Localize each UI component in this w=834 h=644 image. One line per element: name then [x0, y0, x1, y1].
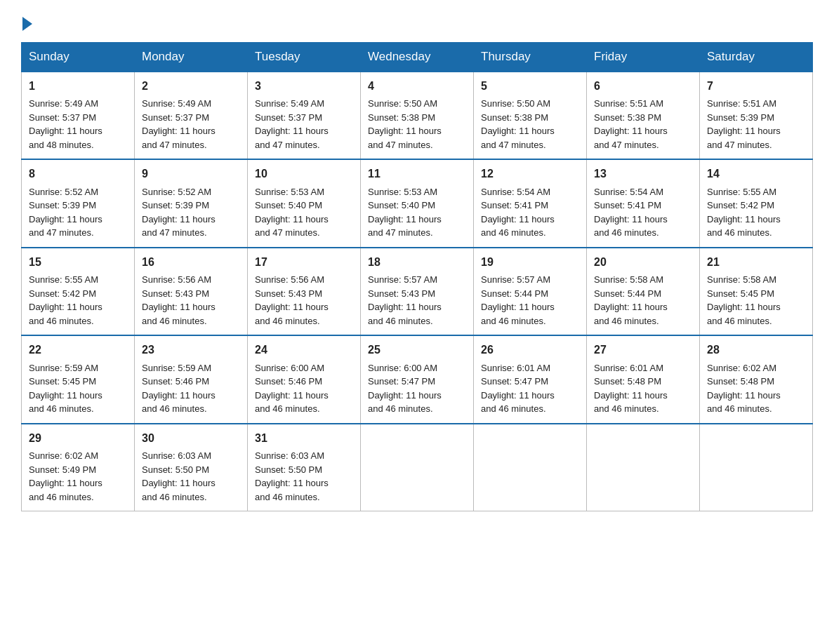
header-monday: Monday: [135, 43, 248, 72]
day-info: Sunrise: 6:00 AMSunset: 5:47 PMDaylight:…: [368, 363, 442, 415]
day-number: 25: [368, 342, 466, 358]
calendar-cell: 14Sunrise: 5:55 AMSunset: 5:42 PMDayligh…: [700, 159, 813, 247]
week-row-5: 29Sunrise: 6:02 AMSunset: 5:49 PMDayligh…: [22, 424, 813, 511]
calendar-cell: 21Sunrise: 5:58 AMSunset: 5:45 PMDayligh…: [700, 248, 813, 335]
week-row-4: 22Sunrise: 5:59 AMSunset: 5:45 PMDayligh…: [22, 335, 813, 423]
day-number: 9: [142, 166, 240, 182]
day-info: Sunrise: 6:02 AMSunset: 5:49 PMDaylight:…: [29, 450, 102, 502]
page-header: [21, 14, 813, 28]
day-info: Sunrise: 5:54 AMSunset: 5:41 PMDaylight:…: [594, 187, 668, 239]
day-info: Sunrise: 5:52 AMSunset: 5:39 PMDaylight:…: [142, 187, 216, 239]
day-info: Sunrise: 5:49 AMSunset: 5:37 PMDaylight:…: [142, 98, 216, 150]
day-info: Sunrise: 5:57 AMSunset: 5:43 PMDaylight:…: [368, 274, 442, 326]
header-saturday: Saturday: [700, 43, 813, 72]
day-number: 30: [142, 430, 240, 446]
calendar-cell: 17Sunrise: 5:56 AMSunset: 5:43 PMDayligh…: [248, 248, 361, 335]
day-info: Sunrise: 5:56 AMSunset: 5:43 PMDaylight:…: [255, 274, 329, 326]
calendar-cell: 4Sunrise: 5:50 AMSunset: 5:38 PMDaylight…: [361, 72, 474, 159]
calendar-cell: 5Sunrise: 5:50 AMSunset: 5:38 PMDaylight…: [474, 72, 587, 159]
day-number: 5: [481, 78, 579, 94]
day-info: Sunrise: 5:51 AMSunset: 5:39 PMDaylight:…: [707, 98, 781, 150]
day-number: 15: [29, 254, 127, 270]
day-number: 14: [707, 166, 805, 182]
day-info: Sunrise: 5:52 AMSunset: 5:39 PMDaylight:…: [29, 187, 102, 239]
day-number: 18: [368, 254, 466, 270]
calendar-cell: 18Sunrise: 5:57 AMSunset: 5:43 PMDayligh…: [361, 248, 474, 335]
day-info: Sunrise: 5:58 AMSunset: 5:44 PMDaylight:…: [594, 274, 668, 326]
day-number: 3: [255, 78, 353, 94]
day-number: 13: [594, 166, 692, 182]
day-number: 21: [707, 254, 805, 270]
calendar-cell: 9Sunrise: 5:52 AMSunset: 5:39 PMDaylight…: [135, 159, 248, 247]
day-number: 4: [368, 78, 466, 94]
calendar-cell: 28Sunrise: 6:02 AMSunset: 5:48 PMDayligh…: [700, 335, 813, 423]
day-info: Sunrise: 5:59 AMSunset: 5:45 PMDaylight:…: [29, 363, 102, 415]
day-info: Sunrise: 6:03 AMSunset: 5:50 PMDaylight:…: [255, 450, 329, 502]
day-number: 11: [368, 166, 466, 182]
day-info: Sunrise: 5:53 AMSunset: 5:40 PMDaylight:…: [368, 187, 442, 239]
day-number: 2: [142, 78, 240, 94]
header-sunday: Sunday: [22, 43, 135, 72]
day-info: Sunrise: 5:49 AMSunset: 5:37 PMDaylight:…: [255, 98, 329, 150]
week-row-1: 1Sunrise: 5:49 AMSunset: 5:37 PMDaylight…: [22, 72, 813, 159]
day-number: 6: [594, 78, 692, 94]
calendar-cell: 25Sunrise: 6:00 AMSunset: 5:47 PMDayligh…: [361, 335, 474, 423]
day-info: Sunrise: 5:55 AMSunset: 5:42 PMDaylight:…: [29, 274, 102, 326]
calendar-cell: 13Sunrise: 5:54 AMSunset: 5:41 PMDayligh…: [587, 159, 700, 247]
calendar-cell: 6Sunrise: 5:51 AMSunset: 5:38 PMDaylight…: [587, 72, 700, 159]
calendar-cell: 24Sunrise: 6:00 AMSunset: 5:46 PMDayligh…: [248, 335, 361, 423]
day-number: 12: [481, 166, 579, 182]
calendar-cell: 7Sunrise: 5:51 AMSunset: 5:39 PMDaylight…: [700, 72, 813, 159]
day-number: 7: [707, 78, 805, 94]
header-wednesday: Wednesday: [361, 43, 474, 72]
day-info: Sunrise: 6:01 AMSunset: 5:47 PMDaylight:…: [481, 363, 555, 415]
logo: [21, 14, 32, 28]
calendar-table: SundayMondayTuesdayWednesdayThursdayFrid…: [21, 42, 813, 511]
day-info: Sunrise: 5:54 AMSunset: 5:41 PMDaylight:…: [481, 187, 555, 239]
day-info: Sunrise: 5:55 AMSunset: 5:42 PMDaylight:…: [707, 187, 781, 239]
day-info: Sunrise: 5:51 AMSunset: 5:38 PMDaylight:…: [594, 98, 668, 150]
calendar-cell: 11Sunrise: 5:53 AMSunset: 5:40 PMDayligh…: [361, 159, 474, 247]
day-number: 31: [255, 430, 353, 446]
day-number: 23: [142, 342, 240, 358]
calendar-cell: 22Sunrise: 5:59 AMSunset: 5:45 PMDayligh…: [22, 335, 135, 423]
week-row-2: 8Sunrise: 5:52 AMSunset: 5:39 PMDaylight…: [22, 159, 813, 247]
day-info: Sunrise: 5:49 AMSunset: 5:37 PMDaylight:…: [29, 98, 102, 150]
day-number: 20: [594, 254, 692, 270]
day-number: 1: [29, 78, 127, 94]
day-info: Sunrise: 6:02 AMSunset: 5:48 PMDaylight:…: [707, 363, 781, 415]
calendar-cell: 29Sunrise: 6:02 AMSunset: 5:49 PMDayligh…: [22, 424, 135, 511]
header-friday: Friday: [587, 43, 700, 72]
day-info: Sunrise: 5:57 AMSunset: 5:44 PMDaylight:…: [481, 274, 555, 326]
day-number: 17: [255, 254, 353, 270]
calendar-cell: [700, 424, 813, 511]
calendar-cell: 1Sunrise: 5:49 AMSunset: 5:37 PMDaylight…: [22, 72, 135, 159]
calendar-cell: [474, 424, 587, 511]
day-info: Sunrise: 5:58 AMSunset: 5:45 PMDaylight:…: [707, 274, 781, 326]
calendar-cell: 20Sunrise: 5:58 AMSunset: 5:44 PMDayligh…: [587, 248, 700, 335]
calendar-cell: 3Sunrise: 5:49 AMSunset: 5:37 PMDaylight…: [248, 72, 361, 159]
day-number: 16: [142, 254, 240, 270]
calendar-cell: 8Sunrise: 5:52 AMSunset: 5:39 PMDaylight…: [22, 159, 135, 247]
day-number: 24: [255, 342, 353, 358]
calendar-cell: 15Sunrise: 5:55 AMSunset: 5:42 PMDayligh…: [22, 248, 135, 335]
week-row-3: 15Sunrise: 5:55 AMSunset: 5:42 PMDayligh…: [22, 248, 813, 335]
day-info: Sunrise: 6:01 AMSunset: 5:48 PMDaylight:…: [594, 363, 668, 415]
day-number: 19: [481, 254, 579, 270]
day-info: Sunrise: 5:59 AMSunset: 5:46 PMDaylight:…: [142, 363, 216, 415]
calendar-cell: 16Sunrise: 5:56 AMSunset: 5:43 PMDayligh…: [135, 248, 248, 335]
calendar-cell: [361, 424, 474, 511]
day-info: Sunrise: 6:03 AMSunset: 5:50 PMDaylight:…: [142, 450, 216, 502]
calendar-cell: 30Sunrise: 6:03 AMSunset: 5:50 PMDayligh…: [135, 424, 248, 511]
day-number: 28: [707, 342, 805, 358]
calendar-header-row: SundayMondayTuesdayWednesdayThursdayFrid…: [22, 43, 813, 72]
day-number: 27: [594, 342, 692, 358]
day-info: Sunrise: 5:50 AMSunset: 5:38 PMDaylight:…: [481, 98, 555, 150]
day-info: Sunrise: 5:53 AMSunset: 5:40 PMDaylight:…: [255, 187, 329, 239]
day-number: 26: [481, 342, 579, 358]
day-info: Sunrise: 5:50 AMSunset: 5:38 PMDaylight:…: [368, 98, 442, 150]
calendar-cell: [587, 424, 700, 511]
calendar-cell: 12Sunrise: 5:54 AMSunset: 5:41 PMDayligh…: [474, 159, 587, 247]
calendar-cell: 26Sunrise: 6:01 AMSunset: 5:47 PMDayligh…: [474, 335, 587, 423]
header-tuesday: Tuesday: [248, 43, 361, 72]
